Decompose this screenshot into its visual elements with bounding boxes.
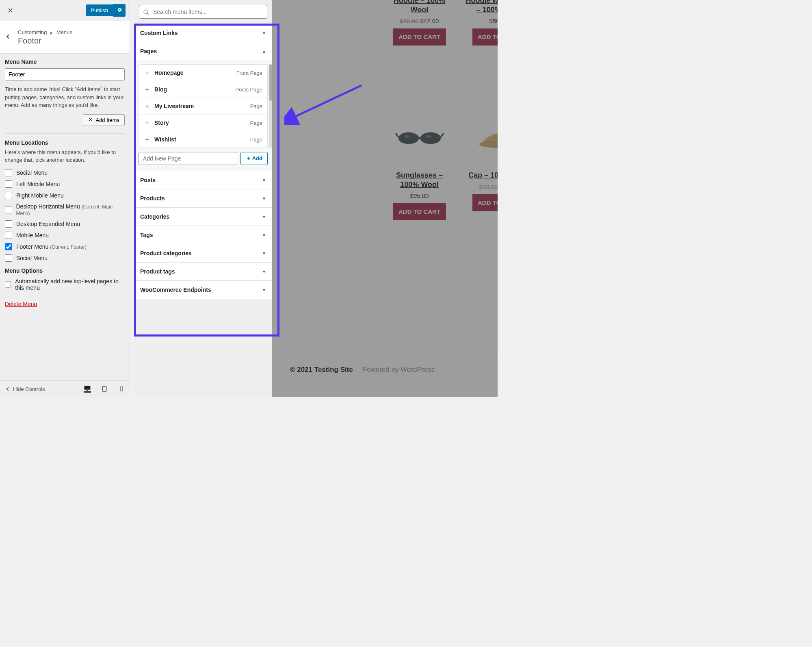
checkbox[interactable] (5, 180, 12, 188)
location-label: Social Menu (16, 169, 48, 176)
top-bar: ✕ Publish (0, 0, 130, 21)
delete-menu-link[interactable]: Delete Menu (5, 301, 37, 307)
checkbox[interactable] (5, 220, 12, 228)
location-right-mobile[interactable]: Right Mobile Menu (5, 192, 125, 199)
chevron-down-icon: ▼ (262, 269, 266, 274)
location-social-menu-2[interactable]: Social Menu (5, 254, 125, 262)
add-page-button[interactable]: ＋ Add (240, 152, 268, 165)
plus-icon: ＋ (246, 155, 251, 161)
checkbox[interactable] (5, 169, 12, 176)
chevron-left-icon (5, 386, 11, 392)
accordion-label: WooCommerce Endpoints (140, 287, 211, 293)
location-label: Desktop Horizontal Menu (16, 203, 80, 210)
location-social-menu[interactable]: Social Menu (5, 169, 125, 176)
chevron-down-icon: ▼ (262, 288, 266, 292)
help-text: Time to add some links! Click "Add Items… (5, 85, 125, 109)
accordion-tags[interactable]: Tags▼ (134, 226, 272, 244)
chevron-down-icon: ▼ (262, 178, 266, 182)
page-name: Wishlist (154, 136, 176, 143)
checkbox[interactable] (5, 232, 12, 239)
location-left-mobile[interactable]: Left Mobile Menu (5, 180, 125, 188)
svg-rect-3 (120, 387, 123, 391)
chevron-down-icon: ▼ (262, 233, 266, 237)
accordion-products[interactable]: Products▼ (134, 189, 272, 207)
add-new-page-input[interactable] (139, 152, 237, 165)
chevron-down-icon: ▼ (262, 31, 266, 35)
location-desktop-expanded[interactable]: Desktop Expanded Menu (5, 220, 125, 228)
device-toggle (84, 385, 125, 393)
page-name: Story (154, 119, 169, 126)
option-auto-add[interactable]: Automatically add new top-level pages to… (5, 278, 125, 291)
page-row-livestream[interactable]: ＋My Livestream Page (139, 98, 267, 115)
accordion-woo-endpoints[interactable]: WooCommerce Endpoints▼ (134, 281, 272, 299)
page-row-wishlist[interactable]: ＋Wishlist Page (139, 131, 267, 148)
page-list[interactable]: ＋Homepage Front Page ＋Blog Posts Page ＋M… (139, 64, 268, 148)
accordion-label: Tags (140, 232, 153, 238)
search-input[interactable] (139, 5, 267, 19)
chevron-right-icon: ▶ (50, 30, 53, 35)
menu-locations-heading: Menu Locations (5, 139, 125, 146)
checkbox[interactable] (5, 281, 11, 288)
location-label: Social Menu (16, 255, 48, 261)
location-mobile[interactable]: Mobile Menu (5, 232, 125, 239)
accordion-pages[interactable]: Pages ▲ (134, 42, 272, 60)
plus-icon: ＋ (144, 136, 150, 143)
accordion-label: Products (140, 195, 165, 202)
close-icon[interactable]: ✕ (4, 4, 16, 17)
breadcrumb-parent[interactable]: Menus (56, 29, 72, 35)
accordion-body-pages: ＋Homepage Front Page ＋Blog Posts Page ＋M… (134, 60, 272, 171)
plus-icon: ＋ (144, 119, 150, 126)
hide-controls-button[interactable]: Hide Controls (5, 386, 45, 392)
checkbox[interactable] (5, 243, 12, 250)
page-type: Front Page (236, 70, 262, 76)
add-items-button[interactable]: Add Items (83, 114, 125, 126)
page-name: Homepage (154, 69, 184, 76)
accordion-product-tags[interactable]: Product tags▼ (134, 263, 272, 280)
gear-icon[interactable] (113, 4, 126, 17)
location-label: Desktop Expanded Menu (16, 221, 80, 227)
svg-point-4 (144, 10, 147, 13)
svg-rect-0 (84, 386, 91, 390)
accordion-product-categories[interactable]: Product categories▼ (134, 244, 272, 262)
breadcrumb: Customizing ▶ Menus Footer (0, 21, 130, 54)
checkbox[interactable] (5, 254, 12, 262)
chevron-down-icon: ▼ (262, 215, 266, 219)
page-row-blog[interactable]: ＋Blog Posts Page (139, 81, 267, 98)
add-button-label: Add (252, 155, 262, 161)
chevron-down-icon: ▼ (262, 196, 266, 201)
location-footer[interactable]: Footer Menu (Current: Footer) (5, 243, 125, 250)
mobile-icon[interactable] (118, 385, 125, 393)
scrollbar-track[interactable] (269, 64, 272, 148)
accordion-label: Product tags (140, 268, 175, 275)
accordion-label: Custom Links (140, 30, 178, 36)
tablet-icon[interactable] (101, 385, 108, 393)
page-name: Blog (154, 86, 167, 93)
location-desktop-horizontal[interactable]: Desktop Horizontal Menu (Current: Main M… (5, 203, 125, 216)
accordion-custom-links[interactable]: Custom Links ▼ (134, 24, 272, 42)
checkbox[interactable] (5, 192, 12, 199)
accordion-group: Custom Links ▼ Pages ▲ ＋Homepage Front P… (134, 24, 272, 299)
page-title: Footer (18, 36, 125, 46)
menu-options-heading: Menu Options (5, 267, 125, 274)
accordion-categories[interactable]: Categories▼ (134, 208, 272, 226)
page-row-homepage[interactable]: ＋Homepage Front Page (139, 65, 267, 81)
close-x-icon (88, 117, 93, 123)
scrollbar-thumb[interactable] (269, 64, 272, 101)
back-arrow-icon[interactable] (5, 33, 18, 42)
checkbox[interactable] (5, 206, 12, 213)
accordion-posts[interactable]: Posts▼ (134, 171, 272, 189)
page-row-story[interactable]: ＋Story Page (139, 115, 267, 131)
publish-button[interactable]: Publish (86, 4, 113, 16)
desktop-icon[interactable] (84, 385, 91, 393)
svg-rect-2 (102, 386, 106, 391)
menu-name-input[interactable] (5, 68, 125, 80)
plus-icon: ＋ (144, 69, 150, 76)
plus-icon: ＋ (144, 103, 150, 109)
location-label: Footer Menu (16, 243, 48, 250)
search-icon (143, 9, 149, 17)
location-sub: (Current: Footer) (50, 244, 86, 250)
location-label: Right Mobile Menu (16, 192, 64, 199)
accordion-label: Posts (140, 177, 156, 183)
footer-controls: Hide Controls (0, 380, 130, 397)
page-type: Page (250, 103, 262, 109)
